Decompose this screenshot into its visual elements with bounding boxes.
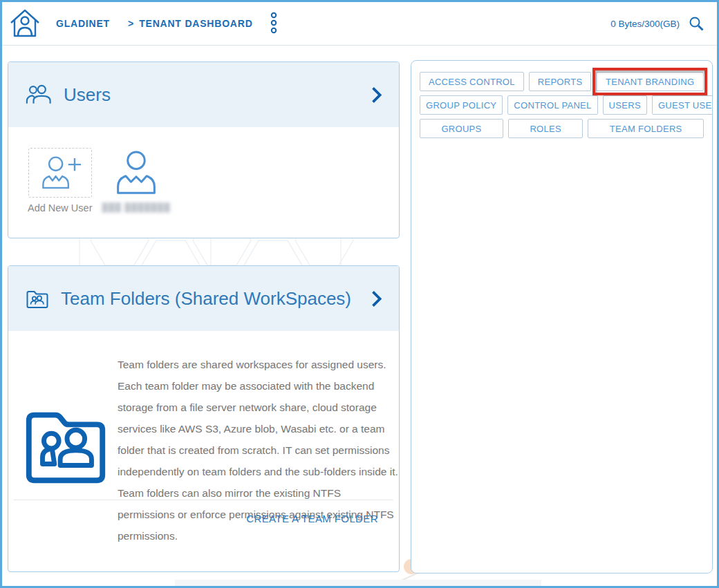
nav-button-guest-users[interactable]: GUEST USERS (652, 95, 713, 115)
create-team-folder-link[interactable]: CREATE A TEAM FOLDER (246, 513, 378, 524)
users-panel-title: Users (64, 84, 111, 106)
team-folders-panel-title: Team Folders (Shared WorkSpaces) (61, 288, 351, 310)
nav-button-groups[interactable]: GROUPS (420, 119, 503, 138)
users-panel-header[interactable]: Users (8, 62, 399, 127)
topbar-right-group: 0 Bytes/300(GB) (610, 15, 704, 32)
team-folders-panel-body: Team folders are shared workspaces for a… (8, 331, 399, 536)
page-title: TENANT DASHBOARD (139, 18, 252, 29)
team-folders-panel: Team Folders (Shared WorkSpaces) Team fo… (8, 265, 400, 572)
nav-button-row: GROUPS ROLES TEAM FOLDERS (420, 119, 704, 138)
team-folders-panel-header[interactable]: Team Folders (Shared WorkSpaces) (8, 266, 399, 331)
users-group-icon (25, 84, 53, 105)
add-new-user-tile[interactable]: Add New User (28, 148, 92, 214)
nav-button-access-control[interactable]: ACCESS CONTROL (420, 72, 524, 91)
nav-button-roles[interactable]: ROLES (508, 119, 583, 138)
user-icon (114, 149, 158, 198)
top-bar: GLADINET > TENANT DASHBOARD 0 Bytes/300(… (2, 2, 717, 46)
nav-button-tenant-branding[interactable]: TENANT BRANDING (596, 72, 704, 91)
user-name-masked: ███ ███████ (102, 202, 170, 212)
add-new-user-label: Add New User (28, 202, 92, 214)
nav-button-team-folders[interactable]: TEAM FOLDERS (588, 119, 704, 138)
users-panel-body: Add New User ███ ███████ (8, 127, 399, 214)
nav-button-users[interactable]: USERS (603, 95, 647, 115)
user-tile[interactable]: ███ ███████ (102, 148, 170, 212)
nav-button-row: GROUP POLICY CONTROL PANEL USERS GUEST U… (420, 95, 704, 115)
home-icon[interactable] (9, 8, 41, 39)
add-new-user-box[interactable] (28, 148, 92, 198)
chevron-right-icon[interactable] (372, 291, 382, 307)
chevron-right-icon[interactable] (372, 87, 382, 103)
tenant-branding-wrapper: TENANT BRANDING (596, 72, 704, 91)
kebab-menu-icon[interactable] (270, 12, 278, 35)
nav-button-reports[interactable]: REPORTS (529, 72, 592, 91)
team-folders-footer: CREATE A TEAM FOLDER (14, 500, 393, 536)
brand-link[interactable]: GLADINET (56, 18, 110, 29)
nav-button-control-panel[interactable]: CONTROL PANEL (507, 95, 597, 115)
users-panel: Users Add New User (8, 61, 400, 238)
storage-quota: 0 Bytes/300(GB) (610, 19, 680, 29)
app-window: GLADINET > TENANT DASHBOARD 0 Bytes/300(… (0, 0, 719, 588)
search-icon[interactable] (688, 15, 704, 32)
team-folder-large-icon (18, 396, 113, 491)
nav-button-group-policy[interactable]: GROUP POLICY (420, 95, 503, 115)
add-user-icon (39, 154, 82, 191)
nav-button-row: ACCESS CONTROL REPORTS TENANT BRANDING (420, 72, 704, 91)
breadcrumb-separator: > (128, 18, 133, 29)
nav-panel: ACCESS CONTROL REPORTS TENANT BRANDING G… (411, 60, 713, 573)
team-folder-icon (25, 287, 50, 310)
user-avatar[interactable] (111, 148, 161, 198)
